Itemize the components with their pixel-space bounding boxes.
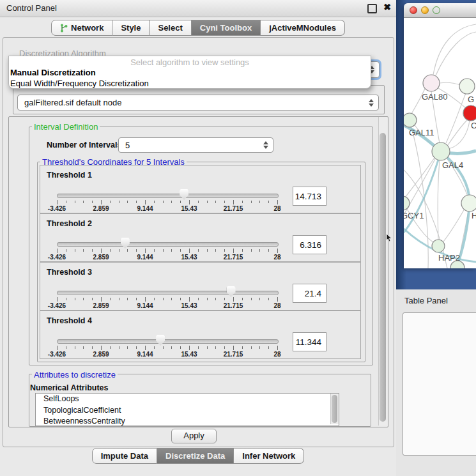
network-node-hap2[interactable] xyxy=(432,240,445,252)
network-edge xyxy=(449,121,470,149)
tab-discretize-data[interactable]: Discretize Data xyxy=(157,448,234,464)
threshold-stack: Threshold 1-3.4262.8599.14415.4321.71528… xyxy=(40,165,361,359)
tab-cyni-toolbox[interactable]: Cyni Toolbox xyxy=(192,20,261,36)
tick-mark xyxy=(119,201,119,203)
tab-label: Cyni Toolbox xyxy=(200,23,252,33)
network-node-gcy1[interactable] xyxy=(404,196,410,210)
popup-item-manual-discretization[interactable]: Manual Discretization xyxy=(9,67,371,78)
threshold-label: Threshold 1 xyxy=(47,171,92,180)
table-panel: Table Panel ⚙ ☑ ☑ shared...n YDL19...YDL… xyxy=(396,289,476,476)
tick-mark xyxy=(136,249,137,252)
table-data-combobox[interactable]: galFiltered.sif default node xyxy=(17,95,379,111)
tick-mark xyxy=(224,346,225,349)
threshold-value-field[interactable]: 11.344 xyxy=(293,332,326,351)
network-canvas[interactable]: GAL80GCGAL11GAL4GCY1HHAP2 xyxy=(404,18,476,268)
network-window-titlebar xyxy=(404,3,476,18)
tick-mark xyxy=(171,298,172,300)
tick-mark xyxy=(145,346,146,350)
attribute-item-selfloops[interactable]: SelfLoops xyxy=(36,394,339,405)
slider-thumb[interactable] xyxy=(121,238,130,249)
slider-thumb[interactable] xyxy=(180,189,188,200)
tick-mark xyxy=(198,346,199,349)
vertical-scrollbar[interactable] xyxy=(378,117,387,426)
slider-track[interactable] xyxy=(57,194,279,198)
node-label: GAL11 xyxy=(409,128,434,137)
tick-mark xyxy=(180,298,181,300)
slider-track[interactable] xyxy=(57,242,279,247)
network-node-gal80[interactable] xyxy=(423,75,440,91)
tick-mark xyxy=(119,298,119,300)
attributes-list-scrollbar[interactable] xyxy=(330,394,339,424)
tick-mark xyxy=(101,297,102,302)
tick-mark xyxy=(127,201,128,203)
tick-label: 2.859 xyxy=(93,205,109,212)
float-icon[interactable] xyxy=(367,4,377,13)
tab-impute-data[interactable]: Impute Data xyxy=(92,448,157,464)
tick-label: -3.426 xyxy=(48,254,66,261)
tick-mark xyxy=(259,249,260,252)
tab-network[interactable]: Network xyxy=(51,20,112,36)
tick-mark xyxy=(251,201,252,203)
minimize-traffic-light[interactable] xyxy=(421,6,429,14)
table-panel-title: Table Panel xyxy=(404,296,448,305)
tab-label: Infer Network xyxy=(242,451,295,461)
tick-mark xyxy=(189,297,190,302)
slider-thumb[interactable] xyxy=(156,335,165,346)
tick-label: -3.426 xyxy=(48,205,66,212)
network-node-gal11[interactable] xyxy=(404,113,417,127)
apply-button[interactable]: Apply xyxy=(171,429,217,443)
tab-infer-network[interactable]: Infer Network xyxy=(234,448,304,464)
tick-mark xyxy=(154,298,155,300)
top-tab-bar: NetworkStyleSelectCyni ToolboxjActiveMNo… xyxy=(0,20,396,36)
threshold-value-field[interactable]: 14.713 xyxy=(293,187,326,206)
threshold-panel-2: Threshold 2-3.4262.8599.14415.4321.71528… xyxy=(40,213,361,262)
interval-definition-label: Interval Definition xyxy=(32,122,100,132)
network-node-c[interactable] xyxy=(463,105,476,121)
attribute-item-topologicalcoefficient[interactable]: TopologicalCoefficient xyxy=(36,405,339,417)
tick-mark xyxy=(277,249,278,253)
zoom-traffic-light[interactable] xyxy=(433,6,440,14)
tick-mark xyxy=(207,346,208,349)
slider-thumb[interactable] xyxy=(227,286,236,297)
tick-mark xyxy=(163,346,164,349)
tab-style[interactable]: Style xyxy=(112,20,150,36)
close-icon[interactable]: ✖ xyxy=(383,2,391,12)
tick-mark xyxy=(189,346,190,350)
tick-label: 2.859 xyxy=(93,254,109,261)
node-label: H xyxy=(472,211,476,220)
network-view-window: GAL80GCGAL11GAL4GCY1HHAP2 xyxy=(404,3,476,268)
control-panel-titlebar: Control Panel ✖ xyxy=(0,0,396,17)
tick-label: 9.144 xyxy=(137,254,153,261)
tick-mark xyxy=(119,346,119,349)
tick-mark xyxy=(207,249,208,252)
tick-mark xyxy=(215,249,216,252)
tick-mark xyxy=(251,249,252,252)
tick-mark xyxy=(259,346,260,349)
tab-label: Discretize Data xyxy=(165,451,225,461)
tab-jactivemnodules[interactable]: jActiveMNodules xyxy=(261,20,345,36)
numerical-attributes-list[interactable]: SelfLoopsTopologicalCoefficientBetweenne… xyxy=(35,393,339,426)
slider-track[interactable] xyxy=(57,339,279,344)
tab-label: Select xyxy=(158,23,182,33)
tick-mark xyxy=(75,249,75,252)
network-node-gal4[interactable] xyxy=(432,142,450,160)
tick-mark xyxy=(268,298,269,300)
network-node-h[interactable] xyxy=(461,195,476,211)
tick-mark xyxy=(92,346,93,349)
tick-mark xyxy=(110,298,111,300)
tick-mark xyxy=(101,200,102,204)
close-traffic-light[interactable] xyxy=(410,6,417,14)
threshold-value-field[interactable]: 6.316 xyxy=(293,235,326,254)
popup-item-equal-width-frequency-discretization[interactable]: Equal Width/Frequency Discretization xyxy=(9,78,371,89)
threshold-value-field[interactable]: 21.4 xyxy=(293,284,326,303)
slider-track[interactable] xyxy=(57,291,279,295)
tick-mark xyxy=(163,249,164,252)
number-of-intervals-spinner[interactable]: 5 xyxy=(118,137,273,153)
tick-mark xyxy=(110,249,111,252)
tick-mark xyxy=(154,346,155,349)
network-node-g[interactable] xyxy=(459,79,475,94)
tab-select[interactable]: Select xyxy=(150,20,191,36)
attribute-item-betweennesscentrality[interactable]: BetweennessCentrality xyxy=(36,416,339,426)
mouse-cursor xyxy=(386,234,392,242)
network-edge xyxy=(436,32,476,75)
